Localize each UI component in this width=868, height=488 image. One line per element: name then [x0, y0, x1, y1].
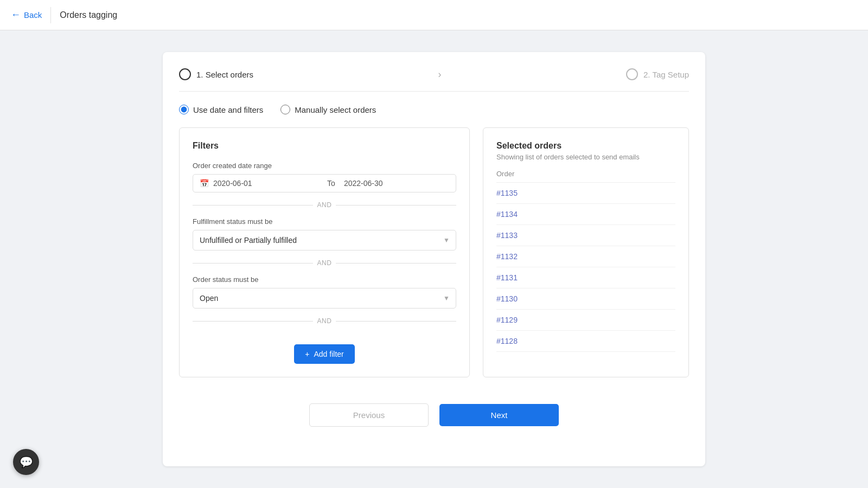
step-2-label: 2. Tag Setup [643, 70, 689, 79]
radio-manual-label: Manually select orders [295, 105, 376, 114]
divider [50, 7, 51, 23]
add-filter-button[interactable]: + Add filter [294, 344, 354, 364]
and-divider-2: AND [193, 259, 456, 267]
table-row: #1129 [496, 310, 675, 331]
and-divider-1: AND [193, 201, 456, 209]
orders-table: Order #1135#1134#1133#1132#1131#1130#112… [496, 170, 675, 352]
table-row: #1134 [496, 204, 675, 225]
date-to-separator: To [323, 179, 340, 188]
step-1-circle [179, 68, 191, 80]
order-link[interactable]: #1130 [496, 294, 518, 303]
fulfillment-select[interactable]: Unfulfilled or Partially fulfilled Fulfi… [193, 230, 456, 251]
selected-orders-panel: Selected orders Showing list of orders s… [483, 127, 689, 377]
order-status-select-wrapper: Open Archived Cancelled ▼ [193, 288, 456, 309]
selected-orders-title: Selected orders [496, 141, 675, 151]
calendar-icon: 📅 [200, 179, 209, 188]
chat-icon: 💬 [20, 455, 33, 468]
page-title: Orders tagging [60, 10, 117, 20]
back-button[interactable]: ← Back [11, 9, 42, 21]
radio-date-label: Use date and filters [193, 105, 263, 114]
selected-orders-subtitle: Showing list of orders selected to send … [496, 153, 675, 161]
step-1-label: 1. Select orders [196, 70, 253, 79]
date-range-row: 📅 2020-06-01 To 2022-06-30 [193, 174, 456, 192]
order-link[interactable]: #1129 [496, 316, 518, 324]
fulfillment-label: Fulfillment status must be [193, 217, 456, 226]
plus-icon: + [305, 350, 309, 358]
back-arrow-icon: ← [11, 9, 21, 21]
step-2-circle [626, 68, 638, 80]
previous-button[interactable]: Previous [309, 403, 429, 427]
table-row: #1135 [496, 183, 675, 204]
table-row: #1133 [496, 225, 675, 246]
date-from: 2020-06-01 [213, 179, 318, 188]
back-label: Back [24, 10, 42, 20]
order-link[interactable]: #1131 [496, 273, 518, 282]
orders-table-header: Order [496, 170, 675, 183]
order-link[interactable]: #1133 [496, 231, 518, 240]
chat-bubble-button[interactable]: 💬 [13, 449, 39, 475]
order-link[interactable]: #1132 [496, 252, 518, 261]
table-row: #1132 [496, 246, 675, 267]
date-range-label: Order created date range [193, 162, 456, 170]
and-divider-3: AND [193, 317, 456, 325]
main-content: 1. Select orders › 2. Tag Setup Use date… [0, 30, 868, 488]
step-2: 2. Tag Setup [626, 68, 689, 80]
filters-panel: Filters Order created date range 📅 2020-… [179, 127, 470, 377]
add-filter-label: Add filter [314, 350, 343, 358]
top-bar: ← Back Orders tagging [0, 0, 868, 30]
order-status-select[interactable]: Open Archived Cancelled [193, 288, 456, 309]
radio-manually-select[interactable]: Manually select orders [280, 105, 376, 114]
radio-use-date-filters[interactable]: Use date and filters [179, 105, 263, 114]
order-link[interactable]: #1135 [496, 189, 518, 197]
table-row: #1131 [496, 267, 675, 288]
step-header: 1. Select orders › 2. Tag Setup [179, 68, 689, 92]
page-container: 1. Select orders › 2. Tag Setup Use date… [163, 52, 705, 466]
radio-manual-input[interactable] [280, 105, 290, 114]
next-button[interactable]: Next [439, 404, 559, 426]
radio-date-input[interactable] [179, 105, 189, 114]
date-to: 2022-06-30 [344, 179, 449, 188]
radio-group: Use date and filters Manually select ord… [179, 105, 689, 114]
table-row: #1128 [496, 331, 675, 352]
step-1: 1. Select orders [179, 68, 253, 80]
step-arrow-icon: › [438, 69, 442, 80]
bottom-navigation: Previous Next [179, 395, 689, 427]
order-link[interactable]: #1134 [496, 210, 518, 219]
orders-list: #1135#1134#1133#1132#1131#1130#1129#1128 [496, 183, 675, 352]
table-row: #1130 [496, 288, 675, 310]
order-status-label: Order status must be [193, 275, 456, 284]
order-link[interactable]: #1128 [496, 337, 518, 345]
filters-title: Filters [193, 141, 456, 151]
fulfillment-select-wrapper: Unfulfilled or Partially fulfilled Fulfi… [193, 230, 456, 251]
two-column-layout: Filters Order created date range 📅 2020-… [179, 127, 689, 377]
